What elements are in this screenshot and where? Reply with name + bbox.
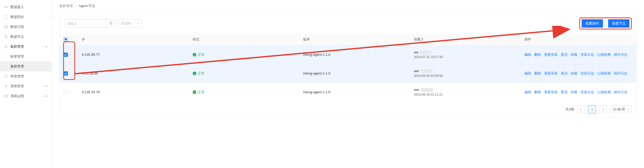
action-edit[interactable]: 编辑	[524, 71, 531, 76]
cell-creator: wer 2024-09-15 01:11:21	[410, 85, 521, 99]
search-input[interactable]	[64, 20, 106, 27]
cell-version: inlong-agent 2.1.0	[299, 49, 410, 60]
sidebar-item-label: 系统运维	[10, 94, 45, 98]
cell-actions: 编辑 删除 重新安装 重启 卸载 安装日志 心跳检测 操作日志	[520, 49, 636, 60]
check-circle-icon	[193, 72, 196, 75]
svg-rect-3	[6, 37, 7, 38]
redacted-mask	[421, 69, 433, 73]
creator-time: 2024-09-30 01:05:56	[414, 74, 516, 78]
action-edit[interactable]: 编辑	[524, 52, 531, 57]
cell-version: inlong-agent 2.1.0	[299, 68, 410, 78]
sidebar-item-label: 数据同步	[10, 15, 48, 19]
header-checkbox-cell	[60, 34, 78, 45]
action-uninstall[interactable]: 卸载	[571, 71, 577, 76]
gear-icon	[4, 84, 8, 88]
row-checkbox[interactable]	[64, 53, 68, 57]
sidebar-item-data-access[interactable]: 数据接入	[0, 2, 52, 12]
sidebar-item-label: 集群管理	[10, 44, 45, 49]
breadcrumb: 集群管理 / Agent 节点	[59, 0, 637, 13]
action-op-log[interactable]: 操作日志	[614, 71, 627, 76]
action-op-log[interactable]: 操作日志	[614, 52, 627, 57]
action-reinstall[interactable]: 重新安装	[544, 71, 558, 76]
sidebar-item-label: 审批管理	[10, 74, 48, 79]
creator-time: 2024-07-31 19:37:30	[414, 55, 516, 59]
row-checkbox[interactable]	[64, 90, 68, 94]
batch-operate-button[interactable]: 批量操作	[582, 19, 603, 28]
svg-point-4	[5, 47, 6, 48]
table-row: 9.135.33.76 正常 inlong-agent 2.1.0 wer 20…	[60, 83, 636, 101]
sidebar-item-data-sync[interactable]: 数据同步	[0, 12, 52, 22]
action-delete[interactable]: 删除	[534, 71, 541, 76]
svg-rect-9	[5, 95, 8, 97]
action-delete[interactable]: 删除	[534, 52, 541, 57]
action-heartbeat[interactable]: 心跳检测	[597, 90, 611, 95]
sync-icon	[4, 15, 8, 19]
select-all-checkbox[interactable]	[64, 37, 68, 41]
action-install-log[interactable]: 安装日志	[581, 71, 594, 76]
action-install-log[interactable]: 安装日志	[581, 52, 594, 57]
status-badge: 正常	[193, 52, 205, 57]
chevron-down-icon	[45, 95, 48, 97]
row-checkbox[interactable]	[64, 71, 68, 76]
cell-actions: 编辑 删除 重新安装 重启 卸载 安装日志 心跳检测 操作日志	[520, 68, 636, 79]
cell-ip: 9.135.95.77	[78, 49, 188, 60]
action-uninstall[interactable]: 卸载	[571, 52, 577, 57]
header-creator: 创建人	[410, 34, 521, 45]
status-text: 正常	[198, 52, 205, 57]
action-install-log[interactable]: 安装日志	[581, 90, 594, 95]
breadcrumb-parent[interactable]: 集群管理	[59, 4, 73, 8]
action-restart[interactable]: 重启	[561, 71, 568, 76]
header-ip: IP	[78, 34, 188, 45]
sidebar-item-system-manage[interactable]: 系统管理	[0, 81, 52, 91]
action-op-log[interactable]: 操作日志	[614, 90, 627, 95]
sidebar-item-label: 集群管理	[10, 64, 48, 69]
creator-name: wer	[414, 69, 419, 73]
svg-point-8	[5, 85, 6, 87]
svg-point-5	[6, 47, 8, 48]
check-circle-icon	[193, 90, 196, 94]
sidebar-item-system-ops[interactable]: 系统运维	[0, 91, 52, 101]
create-node-button[interactable]: 新建节点	[608, 19, 629, 28]
svg-point-6	[5, 45, 6, 46]
sidebar-item-data-node[interactable]: 数据节点	[0, 32, 52, 42]
header-version: 版本	[299, 34, 410, 45]
pagination-prev[interactable]	[577, 105, 585, 113]
sidebar-item-cluster-manage[interactable]: 集群管理	[0, 42, 52, 52]
pagination-next[interactable]	[599, 105, 607, 113]
search-button[interactable]	[106, 20, 115, 27]
action-uninstall[interactable]: 卸载	[571, 90, 577, 95]
pagination-size-select[interactable]: 10 条/页	[610, 105, 632, 113]
action-heartbeat[interactable]: 心跳检测	[597, 71, 611, 76]
sidebar-item-label: 系统管理	[10, 84, 45, 89]
chevron-down-icon	[137, 22, 139, 26]
table-header: IP 状态 版本 创建人 操作	[60, 34, 636, 45]
search-icon	[109, 21, 113, 26]
action-heartbeat[interactable]: 心跳检测	[597, 52, 611, 57]
sidebar-item-cluster-manage-sub[interactable]: 集群管理	[0, 61, 52, 71]
sidebar-item-approval-manage[interactable]: 审批管理	[0, 71, 52, 81]
search-group	[64, 19, 116, 28]
sidebar-item-data-subscribe[interactable]: 数据订阅	[0, 22, 52, 32]
agent-table: IP 状态 版本 创建人 操作 9.135.95.77 正常 inlong-ag…	[60, 34, 636, 101]
main-content: 集群管理 / Agent 节点 请选择 批量操作	[52, 0, 644, 168]
sidebar-item-tag-manage[interactable]: 标签管理	[0, 52, 52, 61]
action-edit[interactable]: 编辑	[524, 90, 531, 95]
pagination-size-label: 10 条/页	[613, 107, 625, 112]
status-badge: 正常	[193, 71, 205, 76]
chevron-left-icon	[580, 108, 582, 111]
breadcrumb-separator: /	[75, 4, 76, 8]
redacted-mask	[420, 51, 432, 54]
annotation-top-buttons: 批量操作 新建节点	[579, 17, 632, 29]
svg-point-7	[5, 75, 8, 78]
svg-rect-2	[5, 36, 6, 37]
action-reinstall[interactable]: 重新安装	[544, 52, 558, 57]
filter-select[interactable]: 请选择	[118, 19, 142, 28]
action-delete[interactable]: 删除	[534, 90, 541, 95]
action-restart[interactable]: 重启	[561, 52, 568, 57]
action-restart[interactable]: 重启	[561, 90, 568, 95]
action-reinstall[interactable]: 重新安装	[544, 90, 558, 95]
status-badge: 正常	[193, 90, 205, 95]
sidebar-collapse-handle[interactable]	[49, 13, 54, 22]
pagination-page-1[interactable]: 1	[588, 105, 596, 113]
chevron-down-icon	[45, 85, 48, 88]
